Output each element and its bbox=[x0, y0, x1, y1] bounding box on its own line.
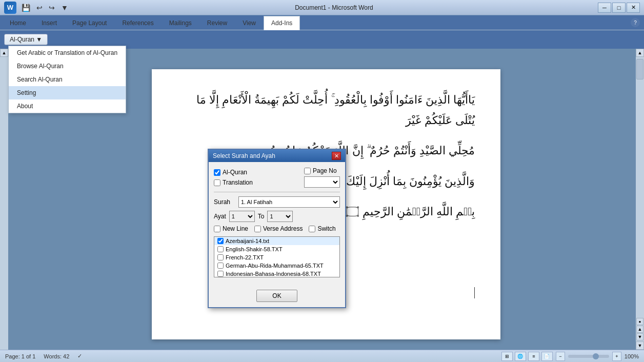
restore-button[interactable]: □ bbox=[612, 3, 626, 13]
trans-checkbox-3[interactable] bbox=[217, 263, 224, 269]
surah-dropdown[interactable]: 1. Al Fatihah bbox=[238, 196, 340, 208]
ayat-from-dropdown[interactable]: 1 bbox=[229, 211, 255, 222]
trans-item-0[interactable]: Azerbaijani-14.txt bbox=[214, 237, 339, 245]
alquran-checkbox[interactable] bbox=[214, 169, 220, 176]
scroll-track[interactable] bbox=[636, 57, 643, 318]
undo-button[interactable]: ↩ bbox=[34, 3, 45, 13]
tab-add-ins[interactable]: Add-Ins bbox=[264, 16, 300, 30]
trans-checkbox-2[interactable] bbox=[217, 254, 224, 260]
customize-quick-access[interactable]: ▼ bbox=[59, 3, 70, 13]
tab-review[interactable]: Review bbox=[199, 16, 235, 30]
menu-item-browse[interactable]: Browse Al-Quran bbox=[9, 59, 126, 73]
word-logo: W bbox=[4, 2, 16, 14]
dialog-titlebar: Select Surah and Ayah ✕ bbox=[209, 150, 345, 162]
zoom-slider[interactable] bbox=[568, 355, 609, 358]
trans-item-4[interactable]: Indonesian-Bahasa-Indonesia-68.TXT bbox=[214, 270, 339, 277]
trans-item-3[interactable]: German-Abu-Rida-Muhammad-65.TXT bbox=[214, 262, 339, 270]
dialog-close-button[interactable]: ✕ bbox=[332, 152, 341, 160]
ribbon: Home Insert Page Layout References Maili… bbox=[0, 15, 644, 49]
page-no-label: Page No bbox=[313, 167, 337, 174]
trans-checkbox-1[interactable] bbox=[217, 246, 224, 252]
ayat-to-dropdown[interactable]: 1 bbox=[267, 211, 293, 222]
zoom-controls: ⊞ 🌐 ≡ 📄 bbox=[501, 352, 553, 361]
ok-button[interactable]: OK bbox=[256, 290, 297, 302]
word-count: Words: 42 bbox=[44, 353, 69, 359]
trans-item-2[interactable]: French-22.TXT bbox=[214, 253, 339, 262]
menu-item-get-arabic[interactable]: Get Arabic or Translation of Al-Quran bbox=[9, 46, 126, 59]
tab-page-layout[interactable]: Page Layout bbox=[65, 16, 114, 30]
status-bar: Page: 1 of 1 Words: 42 ✓ ⊞ 🌐 ≡ 📄 − + 100… bbox=[0, 350, 644, 362]
separator-1 bbox=[214, 192, 340, 192]
save-button[interactable]: 💾 bbox=[19, 3, 32, 13]
switch-label[interactable]: Switch bbox=[309, 225, 335, 232]
view-outline-button[interactable]: ≡ bbox=[528, 352, 539, 361]
ayat-row: Ayat 1 To 1 bbox=[214, 211, 340, 222]
title-bar: W 💾 ↩ ↪ ▼ Document1 - Microsoft Word ─ □… bbox=[0, 0, 644, 15]
scroll-left-top[interactable]: ▲ bbox=[0, 49, 8, 57]
trans-checkbox-0[interactable] bbox=[217, 238, 224, 244]
tab-references[interactable]: References bbox=[114, 16, 161, 30]
title-text: Document1 - Microsoft Word bbox=[70, 4, 598, 11]
page-no-dropdown[interactable] bbox=[304, 176, 340, 188]
select-surah-dialog: Select Surah and Ayah ✕ Al-Quran bbox=[208, 149, 346, 308]
select-browse-object[interactable]: ● bbox=[636, 318, 643, 325]
alquran-menu-button[interactable]: Al-Quran ▼ bbox=[4, 34, 48, 45]
zoom-in-button[interactable]: + bbox=[612, 352, 621, 361]
tab-view[interactable]: View bbox=[235, 16, 264, 30]
translation-checkbox-label[interactable]: Translation bbox=[214, 179, 300, 186]
dialog-body: Al-Quran Translation Page No bbox=[209, 162, 345, 287]
trans-name-3: German-Abu-Rida-Muhammad-65.TXT bbox=[226, 263, 324, 269]
dialog-footer: OK bbox=[209, 287, 345, 307]
tab-mailings[interactable]: Mailings bbox=[162, 16, 199, 30]
new-line-checkbox[interactable] bbox=[214, 226, 220, 232]
new-line-label[interactable]: New Line bbox=[214, 225, 248, 232]
to-label: To bbox=[258, 213, 265, 220]
translation-label: Translation bbox=[223, 179, 253, 186]
left-margin: ▲ bbox=[0, 49, 8, 350]
next-page-button[interactable]: ▼ bbox=[636, 333, 643, 340]
prev-page-button[interactable]: ▲ bbox=[636, 326, 643, 333]
view-draft-button[interactable]: 📄 bbox=[541, 352, 553, 361]
tab-insert[interactable]: Insert bbox=[34, 16, 65, 30]
zoom-slider-thumb[interactable] bbox=[593, 353, 599, 359]
scroll-thumb[interactable] bbox=[636, 59, 643, 79]
verse-address-checkbox[interactable] bbox=[254, 226, 261, 232]
minimize-button[interactable]: ─ bbox=[598, 3, 611, 13]
close-button[interactable]: ✕ bbox=[627, 3, 640, 13]
page-no-checkbox-label[interactable]: Page No bbox=[304, 167, 340, 174]
view-normal-button[interactable]: ⊞ bbox=[501, 352, 513, 361]
dialog-title: Select Surah and Ayah bbox=[213, 152, 275, 159]
trans-name-1: English-Shakir-58.TXT bbox=[226, 246, 283, 252]
alquran-option: Al-Quran Translation bbox=[214, 169, 300, 186]
translation-list[interactable]: Azerbaijani-14.txt English-Shakir-58.TXT… bbox=[214, 236, 340, 277]
trans-checkbox-4[interactable] bbox=[217, 271, 224, 277]
title-bar-left: W 💾 ↩ ↪ ▼ bbox=[4, 2, 70, 14]
trans-item-1[interactable]: English-Shakir-58.TXT bbox=[214, 245, 339, 253]
page-no-checkbox[interactable] bbox=[304, 168, 311, 174]
menu-item-setting[interactable]: Setting bbox=[9, 86, 126, 99]
switch-checkbox[interactable] bbox=[309, 226, 315, 232]
redo-button[interactable]: ↪ bbox=[47, 3, 57, 13]
scroll-extra-buttons: ● ▲ ▼ bbox=[636, 318, 643, 340]
view-web-button[interactable]: 🌐 bbox=[515, 352, 526, 361]
trans-name-2: French-22.TXT bbox=[226, 254, 264, 260]
proofing-icon[interactable]: ✓ bbox=[77, 353, 82, 359]
quick-access-toolbar: 💾 ↩ ↪ ▼ bbox=[19, 3, 70, 13]
vertical-scrollbar: ▲ ● ▲ ▼ ▼ bbox=[636, 49, 644, 350]
help-icon[interactable]: ? bbox=[631, 18, 640, 27]
zoom-level: 100% bbox=[625, 353, 639, 359]
zoom-out-button[interactable]: − bbox=[556, 352, 565, 361]
menu-item-search[interactable]: Search Al-Quran bbox=[9, 73, 126, 86]
arabic-text-1: يَاأَيُّهَا الَّذِينَ ءَامَنُوا أَوْفُوا… bbox=[177, 90, 475, 130]
translation-checkbox[interactable] bbox=[214, 179, 220, 186]
scroll-down-button[interactable]: ▼ bbox=[636, 341, 644, 350]
alquran-checkbox-label[interactable]: Al-Quran bbox=[214, 169, 300, 176]
verse-address-label[interactable]: Verse Address bbox=[254, 225, 303, 232]
page-no-section: Page No bbox=[304, 167, 340, 188]
trans-name-4: Indonesian-Bahasa-Indonesia-68.TXT bbox=[226, 271, 321, 277]
scroll-up-button[interactable]: ▲ bbox=[636, 49, 644, 57]
surah-field-label: Surah bbox=[214, 198, 234, 206]
text-cursor bbox=[474, 287, 475, 298]
tab-home[interactable]: Home bbox=[2, 16, 34, 30]
menu-item-about[interactable]: About bbox=[9, 99, 126, 113]
